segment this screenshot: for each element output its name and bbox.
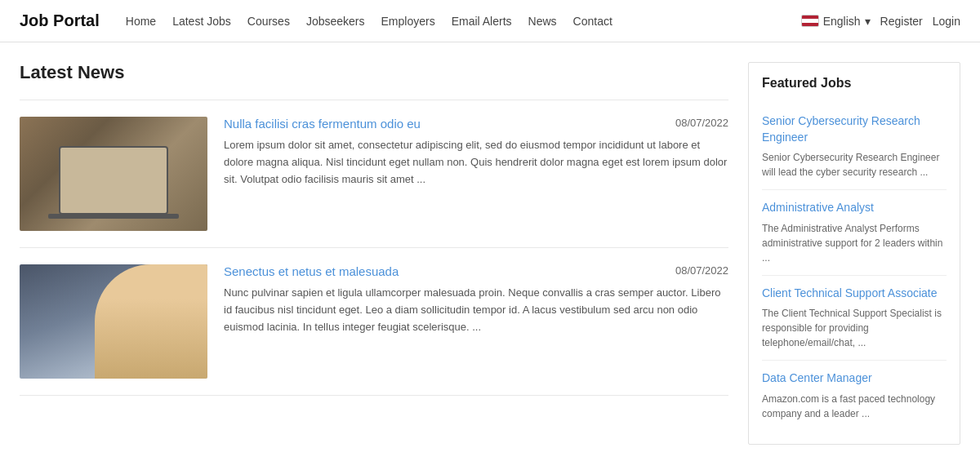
sidebar-title: Featured Jobs [762, 76, 947, 91]
nav-auth: Register Login [880, 15, 960, 28]
flag-icon [801, 15, 819, 27]
news-date: 08/07/2022 [675, 117, 728, 129]
login-link[interactable]: Login [933, 15, 960, 28]
news-excerpt: Lorem ipsum dolor sit amet, consectetur … [224, 137, 728, 188]
featured-job-item: Senior Cybersecurity Research Engineer S… [762, 104, 947, 190]
brand-logo[interactable]: Job Portal [20, 11, 100, 30]
featured-job-title[interactable]: Client Technical Support Associate [762, 286, 947, 302]
navbar: Job Portal Home Latest Jobs Courses Jobs… [0, 0, 980, 42]
news-excerpt: Nunc pulvinar sapien et ligula ullamcorp… [224, 285, 728, 335]
main-container: Latest News Nulla facilisi cras fermentu… [0, 42, 980, 464]
featured-job-desc: The Client Technical Support Specialist … [762, 306, 947, 350]
news-thumbnail-person [20, 264, 207, 379]
news-header: Senectus et netus et malesuada 08/07/202… [224, 264, 728, 278]
nav-contact[interactable]: Contact [573, 15, 612, 28]
featured-job-title[interactable]: Data Center Manager [762, 370, 947, 387]
sidebar: Featured Jobs Senior Cybersecurity Resea… [748, 62, 960, 445]
nav-employers[interactable]: Employers [381, 15, 435, 28]
nav-latest-jobs[interactable]: Latest Jobs [172, 15, 231, 28]
nav-links: Home Latest Jobs Courses Jobseekers Empl… [126, 15, 801, 28]
news-item: Nulla facilisi cras fermentum odio eu 08… [20, 100, 728, 248]
nav-news[interactable]: News [528, 15, 557, 28]
news-body: Nulla facilisi cras fermentum odio eu 08… [224, 117, 728, 231]
featured-job-desc: Amazon.com is a fast paced technology co… [762, 392, 947, 421]
page-title: Latest News [20, 62, 728, 83]
nav-right: English ▾ Register Login [801, 15, 960, 28]
content-area: Latest News Nulla facilisi cras fermentu… [20, 62, 728, 445]
news-date: 08/07/2022 [675, 264, 728, 277]
featured-job-item: Administrative Analyst The Administrativ… [762, 190, 947, 276]
featured-job-desc: Senior Cybersecurity Research Engineer w… [762, 150, 947, 180]
nav-courses[interactable]: Courses [247, 15, 290, 28]
news-body: Senectus et netus et malesuada 08/07/202… [224, 264, 728, 379]
news-title-link[interactable]: Senectus et netus et malesuada [224, 264, 399, 278]
featured-job-title[interactable]: Senior Cybersecurity Research Engineer [762, 113, 947, 145]
news-thumbnail-laptop [20, 117, 207, 231]
featured-job-item: Client Technical Support Associate The C… [762, 276, 947, 361]
nav-home[interactable]: Home [126, 15, 156, 28]
featured-job-item: Data Center Manager Amazon.com is a fast… [762, 361, 947, 431]
news-title-link[interactable]: Nulla facilisi cras fermentum odio eu [224, 117, 421, 131]
nav-email-alerts[interactable]: Email Alerts [452, 15, 512, 28]
language-selector[interactable]: English ▾ [801, 15, 871, 28]
news-item: Senectus et netus et malesuada 08/07/202… [20, 248, 728, 396]
news-header: Nulla facilisi cras fermentum odio eu 08… [224, 117, 728, 131]
sidebar-box: Featured Jobs Senior Cybersecurity Resea… [748, 62, 960, 445]
chevron-down-icon: ▾ [865, 15, 871, 28]
nav-jobseekers[interactable]: Jobseekers [306, 15, 365, 28]
featured-job-title[interactable]: Administrative Analyst [762, 200, 947, 216]
register-link[interactable]: Register [880, 15, 923, 28]
language-label: English [823, 15, 861, 28]
featured-job-desc: The Administrative Analyst Performs admi… [762, 221, 947, 265]
